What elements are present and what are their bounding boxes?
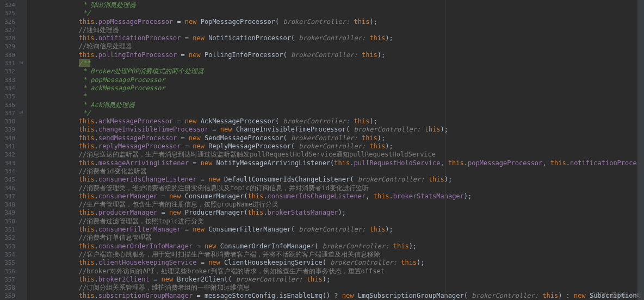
code-line[interactable]: //broker对外访问的API，处理某些broker到客户端的请求，例如检查生… xyxy=(32,267,644,276)
line-number[interactable]: 343 xyxy=(2,159,15,167)
code-line[interactable]: this.consumerFilterManager = new Consume… xyxy=(32,226,644,234)
code-line[interactable]: this.consumerIdsChangeListener = new Def… xyxy=(32,176,644,184)
line-number[interactable]: 331 xyxy=(2,59,15,67)
fold-cell[interactable] xyxy=(20,116,27,124)
fold-cell[interactable] xyxy=(20,199,27,208)
code-line[interactable]: this.consumerOrderInfoManager = new Cons… xyxy=(32,242,644,251)
fold-cell[interactable] xyxy=(20,25,27,33)
fold-cell[interactable] xyxy=(20,258,27,266)
code-line[interactable]: //生产者管理器，包含生产者的注册信息，按照groupName进行分类 xyxy=(32,201,644,209)
fold-cell[interactable]: ⊟ xyxy=(20,58,27,66)
code-line[interactable]: this.sendMessageProcessor = new SendMess… xyxy=(32,134,644,142)
fold-cell[interactable] xyxy=(20,83,27,91)
line-number[interactable]: 350 xyxy=(2,217,15,226)
fold-cell[interactable] xyxy=(20,283,27,291)
code-line[interactable]: //消息送达的监听器，生产者消息到达时通过该监听器触发pullRequestHo… xyxy=(32,151,644,159)
line-number[interactable]: 333 xyxy=(2,76,15,84)
line-number[interactable]: 338 xyxy=(2,117,15,126)
line-number[interactable]: 354 xyxy=(2,251,15,259)
code-line[interactable]: this.changeInvisibleTimeProcessor = new … xyxy=(32,126,644,134)
line-number[interactable]: 353 xyxy=(2,242,15,251)
line-number[interactable]: 357 xyxy=(2,276,15,284)
line-number[interactable]: 348 xyxy=(2,201,15,209)
code-line[interactable]: * 弹出消息处理器 xyxy=(32,1,644,9)
code-line[interactable]: this.messageArrivingListener = new Notif… xyxy=(32,159,644,167)
fold-cell[interactable] xyxy=(20,208,27,216)
line-number[interactable]: 349 xyxy=(2,209,15,217)
fold-cell[interactable] xyxy=(20,191,27,199)
code-line[interactable]: //通知处理器 xyxy=(32,26,644,34)
code-line[interactable]: this.subscriptionGroupManager = messageS… xyxy=(32,292,644,300)
fold-cell[interactable] xyxy=(20,266,27,274)
code-line[interactable]: this.ackMessageProcessor = new AckMessag… xyxy=(32,117,644,126)
code-line[interactable]: this.pollingInfoProcessor = new PollingI… xyxy=(32,51,644,59)
line-number[interactable]: 339 xyxy=(2,126,15,134)
fold-cell[interactable] xyxy=(20,241,27,249)
code-area[interactable]: * 弹出消息处理器 */ this.popMessageProcessor = … xyxy=(27,0,644,300)
fold-cell[interactable] xyxy=(20,166,27,174)
fold-cell[interactable] xyxy=(20,158,27,166)
code-line[interactable]: this.popMessageProcessor = new PopMessag… xyxy=(32,18,644,26)
code-line[interactable]: //订阅分组关系管理器，维护消费者组的一些附加运维信息 xyxy=(32,284,644,292)
code-line[interactable]: /** xyxy=(32,59,644,67)
fold-cell[interactable] xyxy=(20,66,27,74)
code-line[interactable]: this.notificationProcessor = new Notific… xyxy=(32,34,644,42)
fold-cell[interactable] xyxy=(20,224,27,233)
line-number[interactable]: 332 xyxy=(2,67,15,76)
line-number[interactable]: 356 xyxy=(2,267,15,276)
line-number-gutter[interactable]: 3243253263273283293303313323333343353363… xyxy=(0,0,20,300)
code-line[interactable]: //消费者管理类，维护消费者组的注册实例信息以及topic的订阅信息，并对消费者… xyxy=(32,184,644,192)
code-line[interactable]: this.broker2Client = new Broker2Client( … xyxy=(32,276,644,284)
fold-cell[interactable] xyxy=(20,274,27,283)
code-line[interactable]: this.clientHousekeepingService = new Cli… xyxy=(32,259,644,267)
code-line[interactable]: this.replyMessageProcessor = new ReplyMe… xyxy=(32,142,644,151)
fold-cell[interactable]: ⊟ xyxy=(20,108,27,116)
code-line[interactable]: * xyxy=(32,92,644,101)
code-line[interactable]: //轮询信息处理器 xyxy=(32,42,644,51)
line-number[interactable]: 345 xyxy=(2,176,15,184)
line-number[interactable]: 355 xyxy=(2,259,15,267)
code-line[interactable]: * Broker处理POP消费模式的两个处理器 xyxy=(32,67,644,76)
line-number[interactable]: 325 xyxy=(2,9,15,17)
line-number[interactable]: 352 xyxy=(2,234,15,242)
fold-cell[interactable] xyxy=(20,8,27,16)
fold-cell[interactable] xyxy=(20,41,27,49)
fold-cell[interactable] xyxy=(20,174,27,183)
code-line[interactable]: */ xyxy=(32,9,644,17)
code-line[interactable]: this.producerManager = new ProducerManag… xyxy=(32,209,644,217)
fold-cell[interactable] xyxy=(20,249,27,258)
fold-cell[interactable] xyxy=(20,91,27,99)
fold-cell[interactable] xyxy=(20,33,27,41)
line-number[interactable]: 328 xyxy=(2,34,15,42)
line-number[interactable]: 337 xyxy=(2,109,15,117)
line-number[interactable]: 326 xyxy=(2,18,15,26)
line-number[interactable]: 359 xyxy=(2,292,15,300)
fold-cell[interactable] xyxy=(20,17,27,25)
fold-cell[interactable] xyxy=(20,100,27,108)
code-line[interactable]: //消费者过滤管理器，按照topic进行分类 xyxy=(32,217,644,226)
fold-cell[interactable] xyxy=(20,291,27,299)
line-number[interactable]: 334 xyxy=(2,84,15,92)
fold-cell[interactable] xyxy=(20,149,27,158)
code-line[interactable]: * Ack消息处理器 xyxy=(32,101,644,109)
fold-cell[interactable] xyxy=(20,183,27,191)
code-line[interactable]: * popMessageProcessor xyxy=(32,76,644,84)
line-number[interactable]: 347 xyxy=(2,192,15,201)
line-number[interactable]: 329 xyxy=(2,42,15,51)
line-number[interactable]: 341 xyxy=(2,142,15,151)
fold-cell[interactable] xyxy=(20,233,27,241)
line-number[interactable]: 340 xyxy=(2,134,15,142)
code-line[interactable]: this.consumerManager = new ConsumerManag… xyxy=(32,192,644,201)
fold-cell[interactable] xyxy=(20,124,27,133)
line-number[interactable]: 342 xyxy=(2,151,15,159)
fold-cell[interactable] xyxy=(20,216,27,224)
line-number[interactable]: 324 xyxy=(2,1,15,9)
code-line[interactable]: //消费者订单信息管理器 xyxy=(32,234,644,242)
fold-cell[interactable] xyxy=(20,133,27,141)
line-number[interactable]: 336 xyxy=(2,101,15,109)
line-number[interactable]: 351 xyxy=(2,226,15,234)
line-number[interactable]: 358 xyxy=(2,284,15,292)
code-line[interactable]: //客户端连接心跳服务，用于定时扫描生产者和消费者客户端，并将不活跃的客户端通道… xyxy=(32,251,644,259)
fold-cell[interactable] xyxy=(20,141,27,149)
line-number[interactable]: 346 xyxy=(2,184,15,192)
